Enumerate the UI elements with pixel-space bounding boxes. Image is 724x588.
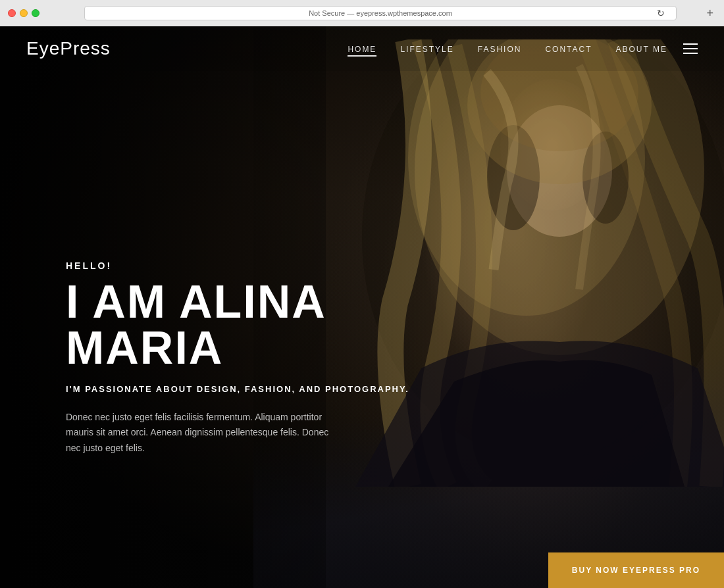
- site-logo[interactable]: EyePress: [26, 38, 111, 59]
- hamburger-line-1: [683, 43, 698, 45]
- nav-item-fashion[interactable]: FASHION: [478, 43, 522, 55]
- hero-greeting: HELLO!: [66, 260, 461, 271]
- hero-tagline: I'M PASSIONATE ABOUT DESIGN, FASHION, AN…: [66, 384, 461, 394]
- nav-link-fashion[interactable]: FASHION: [478, 45, 522, 54]
- hamburger-line-2: [683, 48, 698, 49]
- minimize-button[interactable]: [20, 9, 28, 17]
- nav-links: HOME LIFESTYLE FASHION CONTACT ABOUT ME: [348, 43, 667, 55]
- url-text: Not Secure — eyepress.wpthemespace.com: [309, 9, 452, 17]
- nav-link-about[interactable]: ABOUT ME: [616, 45, 667, 54]
- browser-chrome: Not Secure — eyepress.wpthemespace.com ↻…: [0, 0, 724, 26]
- close-button[interactable]: [8, 9, 16, 17]
- traffic-lights: [8, 9, 39, 17]
- nav-link-contact[interactable]: CONTACT: [545, 45, 592, 54]
- nav-item-about[interactable]: ABOUT ME: [616, 43, 667, 55]
- new-tab-button[interactable]: +: [706, 7, 713, 20]
- hamburger-menu[interactable]: [683, 43, 698, 54]
- maximize-button[interactable]: [32, 9, 39, 17]
- nav-item-lifestyle[interactable]: LIFESTYLE: [400, 43, 453, 55]
- logo-part1: Eye: [26, 38, 60, 59]
- website-container: EyePress HOME LIFESTYLE FASHION CONTACT …: [0, 26, 724, 588]
- nav-item-home[interactable]: HOME: [348, 43, 376, 55]
- navbar: EyePress HOME LIFESTYLE FASHION CONTACT …: [0, 26, 724, 71]
- hero-description: Donec nec justo eget felis facilisis fer…: [66, 410, 342, 456]
- logo-part2: Press: [60, 38, 111, 59]
- nav-item-contact[interactable]: CONTACT: [545, 43, 592, 55]
- hamburger-line-3: [683, 53, 698, 54]
- address-bar[interactable]: Not Secure — eyepress.wpthemespace.com ↻: [84, 6, 677, 20]
- hero-name: I AM ALINA MARIA: [66, 279, 461, 371]
- reload-icon[interactable]: ↻: [657, 8, 665, 18]
- cta-button[interactable]: BUY NOW EYEPRESS PRO: [548, 552, 724, 588]
- nav-link-home[interactable]: HOME: [348, 45, 376, 57]
- nav-link-lifestyle[interactable]: LIFESTYLE: [400, 45, 453, 54]
- hero-content: HELLO! I AM ALINA MARIA I'M PASSIONATE A…: [66, 260, 461, 456]
